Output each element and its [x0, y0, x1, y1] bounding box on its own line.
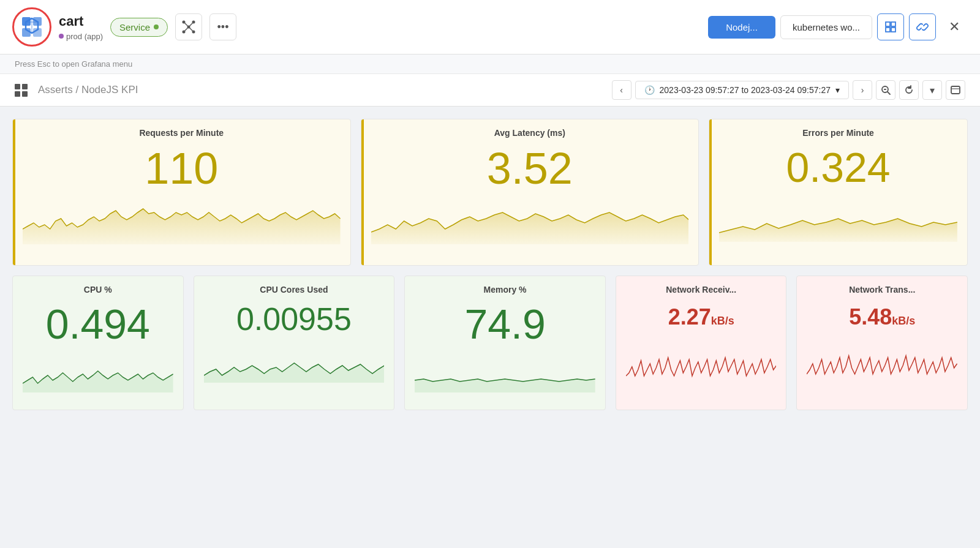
env-dot — [59, 34, 64, 39]
panel-network-receive: Network Receiv... 2.27kB/s — [616, 276, 787, 410]
panel-value-memory: 74.9 — [415, 303, 595, 345]
panel-chart-net-receive — [626, 336, 777, 403]
svg-line-15 — [189, 27, 194, 32]
panel-cpu-percent: CPU % 0.494 — [12, 276, 184, 410]
panel-requests-per-minute: Requests per Minute 110 — [12, 119, 351, 266]
esc-hint-text: Press Esc to open Grafana menu — [15, 59, 132, 69]
refresh-dropdown-btn[interactable]: ▾ — [922, 80, 942, 100]
panel-title-net-transmit: Network Trans... — [807, 285, 957, 295]
svg-line-14 — [184, 27, 189, 32]
display-icon — [951, 85, 960, 95]
panel-value-cpu-cores: 0.00955 — [204, 303, 385, 335]
table-view-btn[interactable] — [877, 13, 904, 40]
panel-title-net-receive: Network Receiv... — [626, 285, 777, 295]
table-icon — [884, 21, 897, 33]
time-range-picker[interactable]: 🕐 2023-03-23 09:57:27 to 2023-03-24 09:5… — [635, 81, 849, 99]
panel-chart-requests — [23, 195, 341, 259]
breadcrumb: Asserts / NodeJS KPI — [38, 84, 138, 96]
service-badge[interactable]: Service — [110, 18, 168, 37]
panel-value-errors: 0.324 — [719, 146, 957, 188]
panel-errors-per-minute: Errors per Minute 0.324 — [709, 119, 968, 266]
panel-value-net-transmit: 5.48kB/s — [807, 298, 957, 336]
panel-value-net-receive: 2.27kB/s — [626, 298, 777, 336]
breadcrumb-root: Asserts — [38, 84, 73, 96]
time-prev-btn[interactable]: ‹ — [612, 80, 631, 100]
link-btn[interactable] — [909, 13, 936, 40]
svg-rect-18 — [886, 28, 890, 32]
time-range-controls: ‹ 🕐 2023-03-23 09:57:27 to 2023-03-24 09… — [612, 80, 965, 100]
network-icon-btn[interactable] — [175, 13, 202, 40]
service-label: Service — [119, 22, 150, 32]
panel-network-transmit: Network Trans... 5.48kB/s — [796, 276, 968, 410]
panel-title-requests: Requests per Minute — [23, 128, 341, 138]
panel-value-latency: 3.52 — [371, 146, 689, 190]
clock-icon: 🕐 — [644, 85, 655, 95]
panel-chart-net-transmit — [807, 336, 957, 403]
panel-chart-errors — [719, 193, 957, 259]
top-bar: cart prod (app) Service ••• Nodej... kub… — [0, 0, 980, 54]
panels-row-2: CPU % 0.494 CPU Cores Used 0.00955 M — [12, 276, 968, 410]
app-name: cart — [59, 13, 103, 29]
svg-rect-23 — [951, 86, 960, 94]
panel-avg-latency: Avg Latency (ms) 3.52 — [361, 119, 699, 266]
time-next-btn[interactable]: › — [853, 80, 872, 100]
panel-side-indicator-latency — [361, 119, 364, 265]
svg-line-13 — [189, 22, 194, 27]
panel-memory-percent: Memory % 74.9 — [404, 276, 606, 410]
network-icon — [182, 20, 195, 34]
panel-title-errors: Errors per Minute — [719, 128, 957, 138]
breadcrumb-page: NodeJS KPI — [81, 84, 138, 96]
panel-side-indicator-errors — [709, 119, 712, 265]
link-icon — [916, 21, 929, 33]
dashboard-grid-icon — [15, 84, 28, 97]
panel-value-cpu: 0.494 — [23, 303, 173, 345]
logo-svg — [20, 15, 44, 39]
time-range-text: 2023-03-23 09:57:27 to 2023-03-24 09:57:… — [660, 85, 831, 95]
svg-rect-19 — [891, 28, 895, 32]
panel-title-memory: Memory % — [415, 285, 595, 295]
esc-hint-bar: Press Esc to open Grafana menu — [0, 54, 980, 74]
panel-cpu-cores: CPU Cores Used 0.00955 — [194, 276, 395, 410]
svg-rect-17 — [891, 22, 895, 26]
app-logo — [12, 7, 51, 47]
service-status-dot — [154, 24, 159, 29]
panel-chart-latency — [371, 195, 689, 259]
panel-side-indicator — [13, 119, 15, 265]
panel-title-cpu-cores: CPU Cores Used — [204, 285, 385, 295]
svg-line-22 — [888, 92, 890, 94]
refresh-btn[interactable] — [899, 80, 919, 100]
display-options-btn[interactable] — [946, 80, 965, 100]
svg-rect-16 — [886, 22, 890, 26]
app-env: prod (app) — [59, 32, 103, 41]
breadcrumb-sep: / — [75, 84, 81, 96]
dashboard-content: Requests per Minute 110 Avg Laten — [0, 107, 980, 422]
panel-value-requests: 110 — [23, 146, 341, 190]
panel-chart-cpu — [23, 350, 173, 403]
dashboard-header: Asserts / NodeJS KPI ‹ 🕐 2023-03-23 09:5… — [0, 74, 980, 107]
more-options-btn[interactable]: ••• — [209, 13, 236, 40]
kubernetes-button[interactable]: kubernetes wo... — [780, 15, 872, 39]
refresh-icon — [904, 85, 914, 95]
panel-title-cpu: CPU % — [23, 285, 173, 295]
zoom-out-icon — [881, 85, 891, 95]
env-label: prod (app) — [66, 32, 103, 41]
more-dots-icon: ••• — [217, 21, 229, 34]
zoom-out-btn[interactable] — [876, 80, 895, 100]
app-info: cart prod (app) — [59, 13, 103, 41]
top-right-controls: Nodej... kubernetes wo... ✕ — [708, 13, 968, 40]
svg-line-12 — [184, 22, 189, 27]
close-button[interactable]: ✕ — [941, 13, 968, 40]
panel-title-latency: Avg Latency (ms) — [371, 128, 689, 138]
panel-chart-cpu-cores — [204, 340, 385, 403]
panels-row-1: Requests per Minute 110 Avg Laten — [12, 119, 968, 266]
time-dropdown-icon: ▾ — [835, 85, 840, 95]
panel-chart-memory — [415, 350, 595, 403]
nodejs-button[interactable]: Nodej... — [708, 16, 775, 39]
